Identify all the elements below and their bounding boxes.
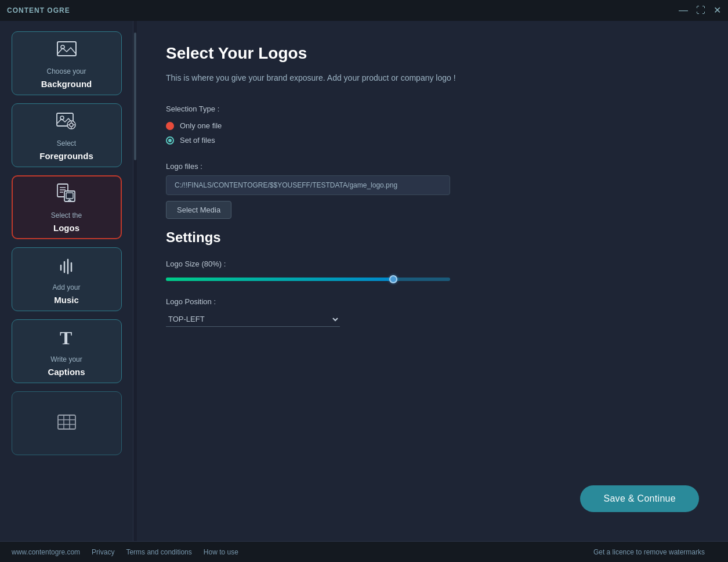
- radio-only-one-file-label: Only one file: [180, 121, 222, 130]
- sidebar-item-logos-bottom-label: Logos: [53, 223, 79, 233]
- maximize-button[interactable]: ⛶: [696, 6, 705, 15]
- page-heading: Select Your Logos: [166, 44, 699, 63]
- radio-only-one-file-dot: [166, 122, 174, 130]
- sidebar-item-captions-top-label: Write your: [50, 355, 82, 363]
- logo-files-path: C:/!!FINALS/CONTENTOGRE/$$YOUSEFF/TESTDA…: [166, 175, 450, 195]
- logo-files-section: Logo files : C:/!!FINALS/CONTENTOGRE/$$Y…: [166, 162, 699, 219]
- radio-only-one-file[interactable]: Only one file: [166, 121, 699, 130]
- svg-rect-23: [58, 415, 75, 429]
- title-bar: CONTENT OGRE — ⛶ ✕: [0, 0, 728, 21]
- select-media-button[interactable]: Select Media: [166, 201, 231, 219]
- slider-track: [166, 278, 450, 281]
- logo-position-label: Logo Position :: [166, 297, 699, 306]
- window-controls: — ⛶ ✕: [679, 6, 721, 15]
- radio-group-selection-type: Only one file Set of files: [166, 121, 699, 145]
- svg-text:T: T: [60, 327, 72, 348]
- sidebar-item-music-top-label: Add your: [52, 283, 80, 291]
- foreground-icon: [55, 110, 78, 136]
- sidebar-item-logos-top-label: Select the: [51, 211, 82, 219]
- logo-position-setting: Logo Position : TOP-LEFT TOP-RIGHT BOTTO…: [166, 297, 699, 327]
- sidebar: Choose your Background Select Foreg: [0, 21, 133, 541]
- settings-heading: Settings: [166, 229, 699, 246]
- footer-licence[interactable]: Get a licence to remove watermarks: [593, 548, 705, 556]
- logo-size-slider[interactable]: [166, 274, 450, 284]
- logo-size-setting: Logo Size (80%) :: [166, 260, 699, 284]
- radio-set-of-files-dot: [166, 136, 174, 145]
- sidebar-item-music-bottom-label: Music: [54, 295, 79, 305]
- music-icon: [55, 254, 78, 280]
- save-continue-button[interactable]: Save & Continue: [580, 485, 699, 512]
- app-body: Choose your Background Select Foreg: [0, 21, 728, 541]
- sidebar-item-background[interactable]: Choose your Background: [12, 31, 122, 95]
- radio-set-of-files[interactable]: Set of files: [166, 136, 699, 145]
- sidebar-item-logos[interactable]: Select the Logos: [12, 175, 122, 239]
- sidebar-item-foregrounds[interactable]: Select Foregrounds: [12, 103, 122, 167]
- app-title: CONTENT OGRE: [7, 6, 70, 15]
- scroll-thumb: [134, 33, 136, 160]
- sidebar-item-render[interactable]: [12, 391, 122, 455]
- logo-position-dropdown[interactable]: TOP-LEFT TOP-RIGHT BOTTOM-LEFT BOTTOM-RI…: [166, 312, 340, 327]
- svg-rect-0: [57, 42, 76, 56]
- selection-type-label: Selection Type :: [166, 105, 699, 113]
- sidebar-item-foregrounds-bottom-label: Foregrounds: [39, 151, 93, 161]
- captions-icon: T: [55, 326, 78, 352]
- content-area: Select Your Logos This is where you give…: [137, 21, 728, 541]
- logo-files-label: Logo files :: [166, 162, 699, 171]
- slider-fill: [166, 278, 393, 281]
- close-button[interactable]: ✕: [713, 6, 721, 15]
- slider-thumb[interactable]: [389, 275, 397, 283]
- sidebar-item-foregrounds-top-label: Select: [57, 139, 76, 147]
- logo-size-label: Logo Size (80%) :: [166, 260, 699, 268]
- minimize-button[interactable]: —: [679, 6, 688, 15]
- save-btn-container: Save & Continue: [580, 485, 699, 512]
- sidebar-item-music[interactable]: Add your Music: [12, 247, 122, 311]
- footer: www.contentogre.com Privacy Terms and co…: [0, 541, 728, 562]
- sidebar-item-background-bottom-label: Background: [41, 79, 92, 89]
- logos-icon: [55, 182, 78, 208]
- background-icon: [55, 38, 78, 64]
- footer-privacy[interactable]: Privacy: [92, 548, 114, 556]
- page-description: This is where you give your brand exposu…: [166, 73, 699, 82]
- footer-website[interactable]: www.contentogre.com: [12, 548, 80, 556]
- sidebar-item-captions[interactable]: T Write your Captions: [12, 319, 122, 383]
- radio-set-of-files-label: Set of files: [180, 136, 215, 145]
- render-icon: [55, 410, 78, 437]
- sidebar-item-background-top-label: Choose your: [46, 67, 86, 75]
- sidebar-item-captions-bottom-label: Captions: [48, 367, 85, 377]
- footer-terms[interactable]: Terms and conditions: [126, 548, 191, 556]
- footer-how-to-use[interactable]: How to use: [204, 548, 238, 556]
